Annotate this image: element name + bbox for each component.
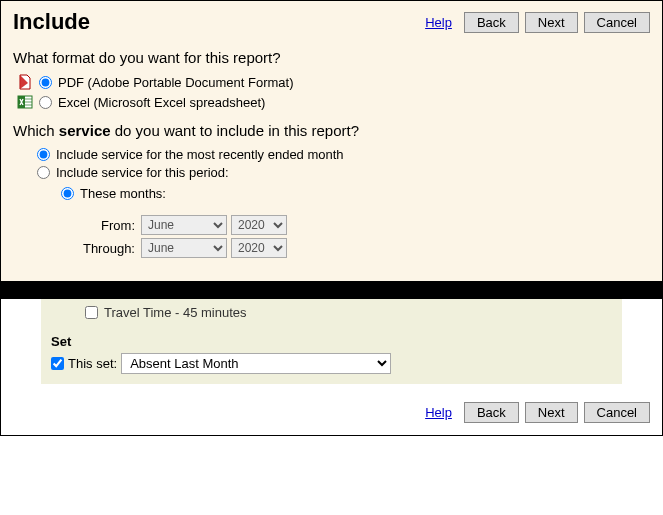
this-set-checkbox[interactable] [51,357,64,370]
cancel-button-top[interactable]: Cancel [584,12,650,33]
recent-month-label: Include service for the most recently en… [56,147,344,162]
set-row: This set: Absent Last Month [51,353,612,374]
footer: Help Back Next Cancel [1,394,662,435]
top-buttons: Help Back Next Cancel [425,12,650,33]
service-q-post: do you want to include in this report? [111,122,359,139]
bottom-buttons: Help Back Next Cancel [13,402,650,423]
page-title: Include [13,9,90,35]
excel-label: Excel (Microsoft Excel spreadsheet) [58,95,265,110]
through-label: Through: [65,241,135,256]
bottom-panel: Travel Time - 45 minutes Set This set: A… [41,299,622,384]
format-question: What format do you want for this report? [13,49,650,66]
from-year-select[interactable]: 2020 [231,215,287,235]
panel-divider [0,281,663,299]
through-row: Through: June 2020 [65,238,650,258]
through-month-select[interactable]: June [141,238,227,258]
next-button-bottom[interactable]: Next [525,402,578,423]
these-months-row: These months: [61,186,650,201]
top-panel: Include Help Back Next Cancel What forma… [0,0,663,281]
service-q-pre: Which [13,122,59,139]
travel-time-row: Travel Time - 45 minutes [85,305,612,320]
excel-icon [17,94,33,110]
service-question: Which service do you want to include in … [13,122,650,139]
this-set-select[interactable]: Absent Last Month [121,353,391,374]
help-link-top[interactable]: Help [425,15,452,30]
from-row: From: June 2020 [65,215,650,235]
from-month-select[interactable]: June [141,215,227,235]
cancel-button-bottom[interactable]: Cancel [584,402,650,423]
service-options: Include service for the most recently en… [37,147,650,258]
set-heading: Set [51,334,612,349]
pdf-radio[interactable] [39,76,52,89]
pdf-label: PDF (Adobe Portable Document Format) [58,75,294,90]
through-year-select[interactable]: 2020 [231,238,287,258]
date-block: From: June 2020 Through: June 2020 [65,215,650,258]
back-button-bottom[interactable]: Back [464,402,519,423]
format-option-excel: Excel (Microsoft Excel spreadsheet) [17,94,650,110]
service-option-recent: Include service for the most recently en… [37,147,650,162]
back-button-top[interactable]: Back [464,12,519,33]
topbar: Include Help Back Next Cancel [13,9,650,35]
service-q-bold: service [59,122,111,139]
bottom-wrap: Travel Time - 45 minutes Set This set: A… [0,299,663,436]
pdf-icon [17,74,33,90]
period-radio[interactable] [37,166,50,179]
next-button-top[interactable]: Next [525,12,578,33]
these-months-radio[interactable] [61,187,74,200]
this-set-label: This set: [68,356,117,371]
format-option-pdf: PDF (Adobe Portable Document Format) [17,74,650,90]
travel-time-label: Travel Time - 45 minutes [104,305,247,320]
excel-radio[interactable] [39,96,52,109]
from-label: From: [65,218,135,233]
these-months-label: These months: [80,186,166,201]
period-label: Include service for this period: [56,165,229,180]
help-link-bottom[interactable]: Help [425,405,452,420]
recent-month-radio[interactable] [37,148,50,161]
travel-time-checkbox[interactable] [85,306,98,319]
service-option-period: Include service for this period: [37,165,650,180]
